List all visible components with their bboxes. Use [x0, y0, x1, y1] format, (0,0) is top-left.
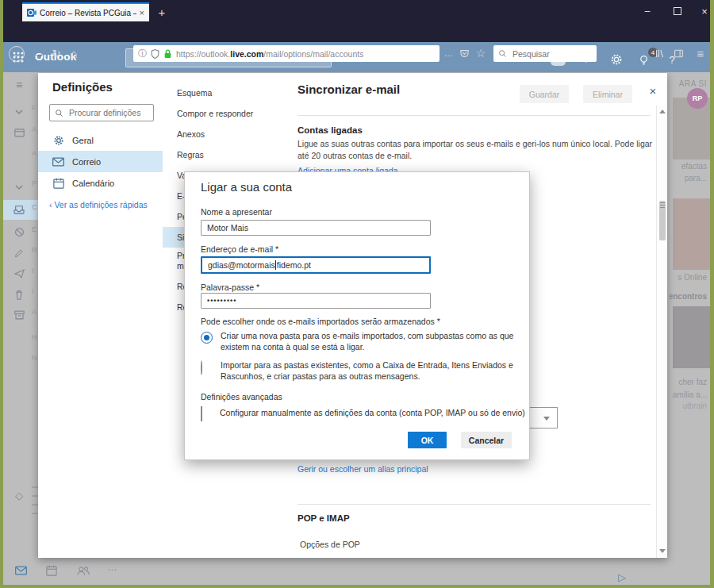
radio-new-folder[interactable] — [201, 332, 213, 344]
display-name-input[interactable]: Motor Mais — [201, 220, 431, 236]
settings-title: Definições — [52, 80, 113, 94]
menu-hamburger-icon[interactable]: ≡ — [693, 46, 708, 60]
storage-question-label: Pode escolher onde os e-mails importados… — [201, 317, 440, 326]
back-button[interactable]: ← — [9, 46, 25, 62]
panel-scrollbar[interactable] — [656, 106, 667, 558]
radio-new-folder-label[interactable]: Criar uma nova pasta para os e-mails imp… — [221, 331, 514, 352]
section-body: Ligue as suas outras contas para importa… — [298, 138, 654, 161]
settings-nav-mail[interactable]: Correio — [38, 151, 163, 172]
inbox-icon[interactable] — [12, 202, 26, 217]
sent-icon[interactable] — [12, 267, 26, 281]
ad-image — [673, 198, 711, 270]
menu-item-attachments[interactable]: Anexos — [163, 124, 274, 144]
dialog-title: Ligar a sua conta — [201, 180, 292, 194]
folder-icon[interactable] — [12, 125, 26, 140]
folder-pane-menu-icon[interactable]: ≡ — [12, 78, 26, 92]
outlook-favicon-icon — [27, 8, 36, 17]
whats-new-bulb-icon[interactable]: 4 — [635, 51, 652, 68]
menu-item-compose[interactable]: Compor e responder — [163, 103, 274, 124]
scroll-up-icon[interactable] — [659, 110, 666, 113]
menu-item-rules[interactable]: Regras — [163, 144, 274, 165]
section-title: Contas ligadas — [298, 125, 363, 135]
chevron-down-icon — [543, 417, 550, 421]
new-tab-button[interactable]: + — [154, 4, 170, 20]
library-icon[interactable] — [652, 46, 666, 60]
people-module-icon[interactable] — [76, 564, 90, 577]
password-input[interactable]: ••••••••• — [201, 293, 431, 309]
https-lock-icon[interactable] — [163, 49, 172, 59]
quick-settings-link[interactable]: ‹ Ver as definições rápidas — [49, 200, 148, 209]
window-maximize-button[interactable] — [670, 5, 685, 17]
window-close-button[interactable]: × — [697, 5, 712, 17]
checkbox-icon — [201, 406, 202, 421]
thumb-grip — [660, 207, 665, 208]
browser-search-box[interactable] — [493, 45, 597, 62]
ad-caption-fragment: para... — [685, 174, 707, 183]
scrollbar-thumb[interactable] — [659, 201, 666, 240]
ok-button[interactable]: OK — [408, 432, 447, 448]
advanced-settings-label: Definições avançadas — [201, 392, 282, 402]
premium-diamond-icon[interactable]: ◇ — [12, 488, 26, 502]
settings-search-input[interactable] — [67, 107, 150, 118]
ad-caption-fragment: cher faz — [678, 378, 707, 386]
deleted-trash-icon[interactable] — [12, 287, 26, 302]
scroll-down-icon[interactable] — [659, 549, 666, 553]
cancel-button[interactable]: Cancelar — [461, 432, 512, 448]
settings-search-box[interactable] — [49, 104, 154, 121]
tab-title: Correio – Revista PCGuia – Outl — [40, 9, 136, 17]
pocket-icon[interactable] — [457, 46, 471, 60]
settings-nav-general[interactable]: Geral — [38, 129, 163, 151]
tab-close-icon[interactable]: × — [140, 8, 144, 17]
settings-nav-calendar[interactable]: Calendário — [38, 172, 163, 194]
more-modules-icon[interactable]: ⋯ — [105, 563, 119, 576]
password-label: Palavra-passe * — [201, 282, 259, 292]
radio-unselected-icon — [201, 360, 202, 375]
display-name-label: Nome a apresentar — [201, 207, 272, 217]
window-minimize-button[interactable]: – — [639, 5, 655, 17]
settings-gear-icon[interactable] — [608, 51, 625, 68]
url-bar[interactable]: ⓘ https://outlook.live.com/mail/options/… — [133, 45, 440, 62]
screenshot-root: Correio – Revista PCGuia – Outl × + – × … — [0, 0, 714, 588]
save-button[interactable]: Guardar — [520, 85, 569, 103]
browser-toolbar: ← → ↻ ⌂ ⓘ https://outlook.live.com/mail/… — [0, 21, 714, 42]
reload-button[interactable]: ↻ — [49, 46, 63, 60]
connect-account-dialog: Ligar a sua conta Nome a apresentar Moto… — [184, 171, 530, 460]
feedback-play-icon[interactable]: ▷ — [616, 571, 628, 583]
divider — [298, 115, 651, 116]
drafts-pencil-icon[interactable] — [12, 246, 26, 260]
manual-config-label[interactable]: Configurar manualmente as definições da … — [220, 408, 521, 419]
archive-icon[interactable] — [12, 308, 26, 322]
junk-block-icon[interactable] — [12, 225, 26, 239]
mail-icon — [52, 156, 64, 167]
close-settings-icon[interactable]: × — [646, 83, 660, 98]
radio-selected-icon — [201, 332, 213, 344]
delete-button[interactable]: Eliminar — [583, 85, 632, 103]
calendar-icon — [52, 177, 64, 189]
sidebar-toggle-icon[interactable] — [671, 46, 685, 60]
manage-alias-link[interactable]: Gerir ou escolher um alias principal — [298, 464, 428, 474]
nav-label: Calendário — [72, 179, 114, 188]
manual-config-checkbox[interactable] — [201, 407, 202, 421]
calendar-module-icon[interactable] — [45, 564, 58, 577]
page-info-icon[interactable]: ⓘ — [138, 48, 147, 60]
email-input[interactable]: gdias@motormaisfidemo.pt — [201, 256, 431, 274]
bookmark-star-icon[interactable]: ☆ — [474, 46, 488, 60]
ad-caption-fragment: efactas — [681, 162, 707, 171]
home-button[interactable]: ⌂ — [67, 46, 81, 60]
menu-item-layout[interactable]: Esquema — [163, 83, 274, 103]
browser-search-input[interactable] — [511, 48, 593, 60]
page-title: Sincronizar e-mail — [298, 83, 400, 96]
mail-module-icon[interactable] — [13, 564, 28, 577]
radio-existing-folders-label[interactable]: Importar para as pastas existentes, como… — [221, 360, 514, 382]
tracking-shield-icon[interactable] — [151, 49, 159, 59]
page-actions-icon[interactable]: … — [441, 46, 455, 60]
account-avatar[interactable]: RP — [687, 88, 708, 109]
ad-attribution-fragment: utbrain — [682, 402, 707, 410]
favorites-chevron-icon[interactable] — [12, 105, 26, 119]
forward-button[interactable]: → — [32, 46, 46, 60]
email-label: Endereço de e-mail * — [201, 244, 278, 254]
radio-existing-folders[interactable] — [201, 361, 202, 375]
browser-tab[interactable]: Correio – Revista PCGuia – Outl × — [22, 2, 149, 21]
folders-chevron-icon[interactable] — [12, 180, 26, 194]
ad-caption-fragment: s Online — [678, 273, 707, 282]
